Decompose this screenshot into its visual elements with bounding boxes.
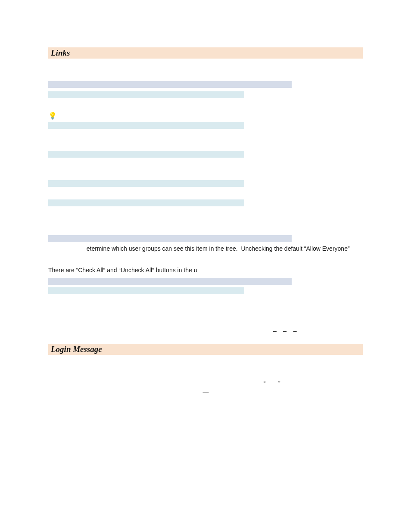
desc-link-name: This is the text that will display in th… xyxy=(48,131,363,147)
desc-tooltip: Tooltip text appears when a user hovers … xyxy=(48,159,363,176)
subhead-auto-assign: Automatic User Group Assignment xyxy=(48,278,363,285)
login-p5: Messages posted to the login page can be… xyxy=(48,452,363,469)
subhead-link-name: Link Name xyxy=(48,122,363,129)
subhead-target-frame: Target Frame xyxy=(48,199,363,206)
links-intro: A link can be added to the navigation tr… xyxy=(48,66,363,75)
desc-user-groups-1: Checkboxes dCheckboxes determine which u… xyxy=(48,245,363,261)
desc-user-specific: If the type of link address used require… xyxy=(48,296,363,330)
lightbulb-icon: 💡 xyxy=(48,112,57,119)
login-p2: Text for both types of message is entere… xyxy=(48,400,363,417)
tip-text: Hyperlinks of this kind do not have to l… xyxy=(60,112,234,119)
visible-checkall-fragment: There are “Check All” and “Uncheck All” … xyxy=(48,267,197,274)
subhead-user-specific: User-Specific Link Addresses xyxy=(48,287,363,294)
subhead-add-edit: Add/Edit Hyperlinks in the Navigation Tr… xyxy=(48,81,363,88)
login-p3: Standard HTML code may be applied to the… xyxy=(48,420,363,437)
subhead-user-groups: User Groups Allowed Access xyxy=(48,235,363,242)
document-page: Links A link can be added to the navigat… xyxy=(0,0,411,532)
login-p1: There are two uses for this feature. One… xyxy=(48,363,363,396)
tip-row: 💡 Hyperlinks of this kind do not have to… xyxy=(48,112,363,119)
login-p4: The login page message posts immediately… xyxy=(48,440,363,449)
desc-link-address: Add the URL to the webpage in question h… xyxy=(48,100,363,109)
subhead-tooltip: Tooltip xyxy=(48,151,363,158)
subhead-link-address: Link Address xyxy=(48,91,363,98)
desc-target-frame: Determines whether when clicked, the lin… xyxy=(48,208,363,225)
desc-new-window: When clicked, the link will open in a ne… xyxy=(48,188,363,196)
subhead-new-window: Open in New Window xyxy=(48,180,363,187)
desc-user-groups-2: There are “Check All” and “Uncheck All” … xyxy=(48,266,363,275)
section-heading-login: Login Message xyxy=(48,344,363,355)
section-heading-links: Links xyxy=(48,47,363,59)
